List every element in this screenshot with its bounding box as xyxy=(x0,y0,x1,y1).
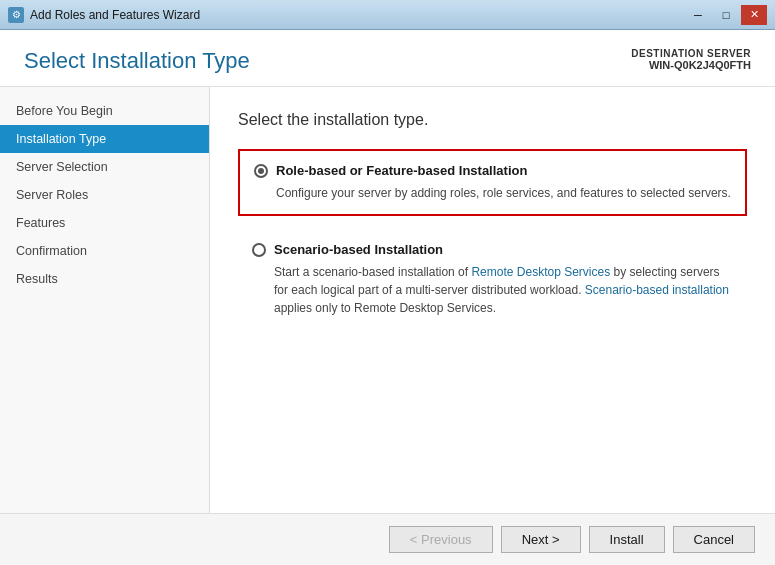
option1-header: Role-based or Feature-based Installation xyxy=(254,163,731,178)
sidebar-item-server-selection[interactable]: Server Selection xyxy=(0,153,209,181)
option-role-based[interactable]: Role-based or Feature-based Installation… xyxy=(238,149,747,216)
sidebar-item-results[interactable]: Results xyxy=(0,265,209,293)
install-button[interactable]: Install xyxy=(589,526,665,553)
option-scenario-based[interactable]: Scenario-based Installation Start a scen… xyxy=(238,230,747,329)
option2-link-rds[interactable]: Remote Desktop Services xyxy=(471,265,610,279)
titlebar-left: ⚙ Add Roles and Features Wizard xyxy=(8,7,200,23)
destination-server-info: DESTINATION SERVER WIN-Q0K2J4Q0FTH xyxy=(631,48,751,71)
option2-link-scenario[interactable]: Scenario-based installation xyxy=(585,283,729,297)
sidebar: Before You Begin Installation Type Serve… xyxy=(0,87,210,513)
destination-label: DESTINATION SERVER xyxy=(631,48,751,59)
titlebar: ⚙ Add Roles and Features Wizard ─ □ ✕ xyxy=(0,0,775,30)
next-button[interactable]: Next > xyxy=(501,526,581,553)
app-icon: ⚙ xyxy=(8,7,24,23)
wizard-header: Select Installation Type DESTINATION SER… xyxy=(0,30,775,87)
destination-value: WIN-Q0K2J4Q0FTH xyxy=(631,59,751,71)
wizard-window: Select Installation Type DESTINATION SER… xyxy=(0,30,775,565)
sidebar-item-installation-type[interactable]: Installation Type xyxy=(0,125,209,153)
option1-label: Role-based or Feature-based Installation xyxy=(276,163,527,178)
option2-desc-part1: Start a scenario-based installation of xyxy=(274,265,471,279)
restore-button[interactable]: □ xyxy=(713,5,739,25)
sidebar-item-confirmation[interactable]: Confirmation xyxy=(0,237,209,265)
option2-desc-part3: applies only to Remote Desktop Services. xyxy=(274,301,496,315)
sidebar-item-server-roles[interactable]: Server Roles xyxy=(0,181,209,209)
page-title: Select Installation Type xyxy=(24,48,250,74)
previous-button[interactable]: < Previous xyxy=(389,526,493,553)
option1-desc: Configure your server by adding roles, r… xyxy=(276,184,731,202)
option2-header: Scenario-based Installation xyxy=(252,242,733,257)
option2-desc: Start a scenario-based installation of R… xyxy=(274,263,733,317)
minimize-button[interactable]: ─ xyxy=(685,5,711,25)
radio-role-based[interactable] xyxy=(254,164,268,178)
wizard-footer: < Previous Next > Install Cancel xyxy=(0,513,775,565)
option2-label: Scenario-based Installation xyxy=(274,242,443,257)
radio-scenario-based[interactable] xyxy=(252,243,266,257)
wizard-body: Before You Begin Installation Type Serve… xyxy=(0,87,775,513)
sidebar-item-features[interactable]: Features xyxy=(0,209,209,237)
close-button[interactable]: ✕ xyxy=(741,5,767,25)
cancel-button[interactable]: Cancel xyxy=(673,526,755,553)
content-subtitle: Select the installation type. xyxy=(238,111,747,129)
sidebar-item-before-you-begin[interactable]: Before You Begin xyxy=(0,97,209,125)
titlebar-controls: ─ □ ✕ xyxy=(685,5,767,25)
titlebar-title: Add Roles and Features Wizard xyxy=(30,8,200,22)
main-content: Select the installation type. Role-based… xyxy=(210,87,775,513)
